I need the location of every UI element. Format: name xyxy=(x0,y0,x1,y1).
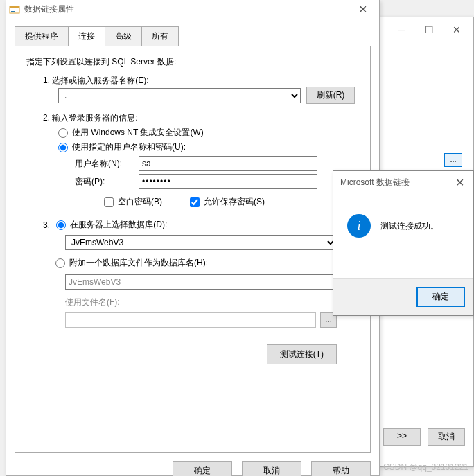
password-input[interactable] xyxy=(139,174,317,189)
msgbox-close-icon[interactable]: ✕ xyxy=(448,173,471,192)
attach-db-input[interactable] xyxy=(65,274,337,290)
bg-browse-button[interactable]: ... xyxy=(444,153,462,167)
attach-db-radio[interactable] xyxy=(55,258,65,268)
msgbox-footer: 确定 xyxy=(333,278,473,315)
auth-nt-radio[interactable] xyxy=(58,128,68,138)
refresh-button[interactable]: 刷新(R) xyxy=(306,87,355,104)
tab-connection[interactable]: 连接 xyxy=(68,26,105,46)
step3-number: 3. xyxy=(43,220,52,230)
auth-nt-label: 使用 Windows NT 集成安全设置(W) xyxy=(72,127,204,139)
tab-advanced[interactable]: 高级 xyxy=(105,26,142,46)
bg-cancel-button[interactable]: 取消 xyxy=(428,428,465,446)
svg-rect-1 xyxy=(10,6,19,8)
msgbox-title: Microsoft 数据链接 xyxy=(336,177,448,188)
step3-attach-row: 附加一个数据库文件作为数据库名(H): xyxy=(55,257,359,269)
test-row: 测试连接(T) xyxy=(26,344,337,364)
auth-user-radio[interactable] xyxy=(58,143,68,152)
select-db-label: 在服务器上选择数据库(D): xyxy=(70,219,167,231)
msgbox-body: i 测试连接成功。 xyxy=(333,193,473,245)
username-input[interactable] xyxy=(139,156,317,171)
bg-bottom-buttons: >> 取消 xyxy=(383,428,465,446)
info-icon: i xyxy=(347,214,371,238)
attach-db-label: 附加一个数据库文件作为数据库名(H): xyxy=(69,257,208,269)
svg-rect-2 xyxy=(11,10,14,10)
file-label: 使用文件名(F): xyxy=(65,297,359,308)
save-password-checkbox[interactable] xyxy=(190,197,200,207)
titlebar: 数据链接属性 ✕ xyxy=(6,0,379,19)
file-input[interactable] xyxy=(65,312,316,328)
window-title: 数据链接属性 xyxy=(24,3,349,15)
message-box: Microsoft 数据链接 ✕ i 测试连接成功。 确定 xyxy=(333,170,474,316)
msgbox-titlebar: Microsoft 数据链接 ✕ xyxy=(333,171,473,193)
step1-label: 1. 选择或输入服务器名称(E): xyxy=(43,75,359,87)
blank-password-option: 空白密码(B) xyxy=(104,196,162,208)
close-icon[interactable]: ✕ xyxy=(349,0,376,19)
save-password-label: 允许保存密码(S) xyxy=(204,196,265,208)
blank-password-label: 空白密码(B) xyxy=(118,196,162,208)
server-select[interactable]: . xyxy=(58,88,301,103)
tab-provider[interactable]: 提供程序 xyxy=(15,26,69,46)
save-password-option: 允许保存密码(S) xyxy=(190,196,265,208)
select-db-radio[interactable] xyxy=(56,220,66,230)
test-connection-button[interactable]: 测试连接(T) xyxy=(267,344,337,364)
watermark: CSDN @qq_32131221 xyxy=(383,462,468,472)
msgbox-message: 测试连接成功。 xyxy=(380,220,439,232)
app-icon xyxy=(9,4,20,15)
auth-user-label: 使用指定的用户名称和密码(U): xyxy=(72,141,186,153)
password-label: 密码(P): xyxy=(75,176,139,188)
tab-strip: 提供程序 连接 高级 所有 xyxy=(15,26,379,46)
auth-nt-row: 使用 Windows NT 集成安全设置(W) xyxy=(58,127,359,139)
dialog-buttons: 确定 取消 帮助 xyxy=(6,461,371,476)
database-select[interactable]: JvEmsWebV3 xyxy=(65,235,337,250)
password-options-row: 空白密码(B) 允许保存密码(S) xyxy=(104,193,359,211)
tab-all[interactable]: 所有 xyxy=(141,26,179,46)
ok-button[interactable]: 确定 xyxy=(173,461,232,476)
svg-rect-3 xyxy=(11,11,15,12)
bg-next-button[interactable]: >> xyxy=(383,428,421,446)
step2-label: 2. 输入登录服务器的信息: xyxy=(43,112,359,124)
instruction-text: 指定下列设置以连接到 SQL Server 数据: xyxy=(26,56,359,68)
file-row: ... xyxy=(65,312,359,328)
step3-db-row: 3. 在服务器上选择数据库(D): xyxy=(43,219,359,231)
username-label: 用户名称(N): xyxy=(75,158,139,170)
close-icon[interactable]: ✕ xyxy=(443,20,471,39)
connection-panel: 指定下列设置以连接到 SQL Server 数据: 1. 选择或输入服务器名称(… xyxy=(15,46,371,453)
server-row: . 刷新(R) xyxy=(58,87,359,104)
username-row: 用户名称(N): xyxy=(75,156,359,171)
msgbox-ok-button[interactable]: 确定 xyxy=(416,287,465,307)
cancel-button[interactable]: 取消 xyxy=(242,461,301,476)
help-button[interactable]: 帮助 xyxy=(311,461,371,476)
blank-password-checkbox[interactable] xyxy=(104,197,114,207)
password-row: 密码(P): xyxy=(75,174,359,189)
minimize-icon[interactable]: ─ xyxy=(387,20,415,39)
auth-user-row: 使用指定的用户名称和密码(U): xyxy=(58,141,359,153)
maximize-icon[interactable]: ☐ xyxy=(415,20,443,39)
data-link-properties-dialog: 数据链接属性 ✕ 提供程序 连接 高级 所有 指定下列设置以连接到 SQL Se… xyxy=(6,0,380,476)
